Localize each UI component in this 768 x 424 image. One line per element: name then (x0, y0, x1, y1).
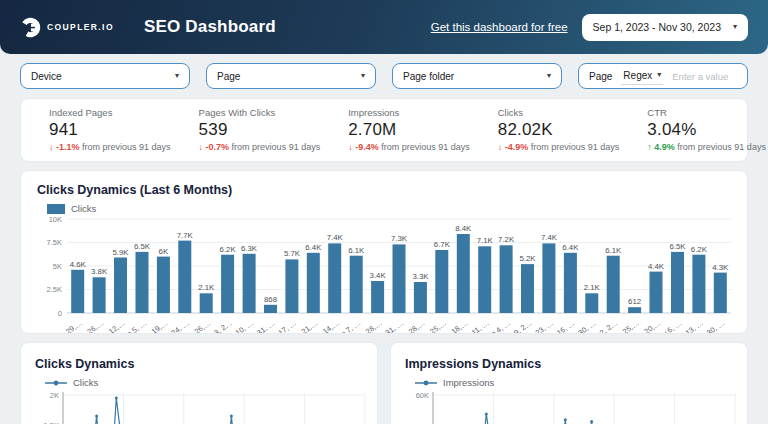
svg-text:5.2K: 5.2K (519, 254, 536, 263)
legend-label: Impressions (443, 377, 494, 388)
svg-text:868: 868 (264, 295, 277, 304)
device-filter-label: Device (31, 71, 62, 82)
chart-legend: Clicks (45, 377, 363, 388)
chevron-down-icon: ▾ (657, 71, 661, 79)
line-grid: 2K1.5K1K (44, 391, 365, 424)
impressions-daily-chart-card: Impressions Dynamics Impressions 60K40K2… (390, 342, 748, 424)
header-actions: Get this dashboard for free Sep 1, 2023 … (431, 14, 748, 41)
kpi-impressions: Impressions2.70M↓ -9.4% from previous 91… (320, 107, 470, 152)
chart-legend: Impressions (415, 377, 733, 388)
kpi-label: Clicks (498, 107, 620, 118)
svg-text:5.9K: 5.9K (113, 248, 130, 257)
kpi-delta-suffix: from previous 91 days (232, 142, 321, 152)
chevron-down-icon: ▾ (175, 72, 179, 80)
regex-value-input[interactable] (672, 71, 734, 82)
date-range-picker[interactable]: Sep 1, 2023 - Nov 30, 2023 ▾ (582, 14, 748, 41)
chart-title: Impressions Dynamics (405, 357, 733, 371)
line-series (437, 414, 733, 424)
svg-text:6.5K: 6.5K (134, 242, 151, 251)
kpi-indexed-pages: Indexed Pages941↓ -1.1% from previous 91… (21, 107, 171, 152)
regex-operator-select[interactable]: Regex ▾ (621, 68, 663, 85)
get-dashboard-link[interactable]: Get this dashboard for free (431, 21, 568, 33)
legend-line-icon (45, 379, 67, 387)
svg-text:5K: 5K (53, 262, 62, 271)
kpi-delta-suffix: from previous 91 days (531, 142, 620, 152)
kpi-value: 539 (199, 120, 321, 140)
clicks-line-chart: 2K1.5K1K (35, 389, 369, 424)
svg-text:612: 612 (628, 297, 641, 306)
kpi-delta-arrow-and-pct: ↓ -9.4% (348, 142, 379, 152)
svg-text:7.5K: 7.5K (47, 238, 62, 247)
svg-text:6.7K: 6.7K (434, 240, 451, 249)
svg-text:6.3K: 6.3K (241, 244, 258, 253)
legend-label: Clicks (71, 203, 96, 214)
svg-text:4.4K: 4.4K (648, 262, 665, 271)
regex-operator-value: Regex (623, 70, 652, 81)
filter-bar: Device ▾ Page ▾ Page folder ▾ Page Regex… (0, 54, 768, 91)
date-range-value: Sep 1, 2023 - Nov 30, 2023 (593, 21, 721, 33)
bars: 4.6KMay 29,…3.8KJun 26,…5.9KJun 12,…6.5K… (51, 224, 729, 334)
kpi-label: Pages With Clicks (199, 107, 321, 118)
svg-text:7.7K: 7.7K (177, 231, 194, 240)
svg-text:10K: 10K (49, 215, 62, 224)
kpi-summary-card: Indexed Pages941↓ -1.1% from previous 91… (20, 98, 748, 162)
svg-text:3.4K: 3.4K (370, 271, 387, 280)
chevron-down-icon: ▾ (547, 72, 551, 80)
kpi-value: 941 (49, 120, 171, 140)
svg-text:2K: 2K (50, 391, 59, 400)
kpi-ctr: CTR3.04%↑ 4.9% from previous 91 days (619, 107, 766, 152)
coupler-logo-icon (20, 17, 41, 38)
svg-text:2.1K: 2.1K (198, 283, 215, 292)
svg-text:1.5K: 1.5K (44, 421, 59, 424)
kpi-delta: ↓ -0.7% from previous 91 days (199, 142, 321, 152)
kpi-label: CTR (647, 107, 766, 118)
svg-text:6K: 6K (159, 247, 169, 256)
brand-name: COUPLER.IO (47, 22, 114, 32)
kpi-delta-suffix: from previous 91 days (381, 142, 470, 152)
page-filter[interactable]: Page ▾ (206, 63, 376, 89)
svg-text:60K: 60K (416, 391, 429, 400)
kpi-delta-arrow-and-pct: ↓ -4.9% (498, 142, 529, 152)
svg-text:4.3K: 4.3K (712, 263, 729, 272)
regex-field-label: Page (589, 71, 612, 82)
svg-text:5.7K: 5.7K (284, 249, 301, 258)
coupler-logo[interactable]: COUPLER.IO (20, 17, 114, 38)
kpi-delta: ↓ -9.4% from previous 91 days (348, 142, 470, 152)
clicks-daily-chart-card: Clicks Dynamics Clicks 2K1.5K1K (20, 342, 378, 424)
line-grid: 60K40K20K (416, 391, 735, 424)
page-folder-filter[interactable]: Page folder ▾ (392, 63, 562, 89)
kpi-pages-with-clicks: Pages With Clicks539↓ -0.7% from previou… (171, 107, 321, 152)
kpi-delta-suffix: from previous 91 days (677, 142, 766, 152)
chart-title: Clicks Dynamics (35, 357, 363, 371)
svg-text:6.1K: 6.1K (348, 246, 365, 255)
kpi-delta-arrow-and-pct: ↑ 4.9% (647, 142, 675, 152)
line-series (67, 398, 363, 424)
chevron-down-icon: ▾ (733, 23, 737, 31)
svg-text:2.1K: 2.1K (584, 283, 601, 292)
page-filter-label: Page (217, 71, 240, 82)
kpi-delta: ↓ -4.9% from previous 91 days (498, 142, 620, 152)
clicks-6m-chart-card: Clicks Dynamics (Last 6 Months) Clicks 1… (20, 170, 748, 334)
svg-text:3.8K: 3.8K (91, 267, 108, 276)
kpi-value: 3.04% (647, 120, 766, 140)
kpi-delta-arrow-and-pct: ↓ -0.7% (199, 142, 230, 152)
svg-text:7.1K: 7.1K (477, 236, 494, 245)
kpi-delta-arrow-and-pct: ↓ -1.1% (49, 142, 80, 152)
page-title: SEO Dashboard (144, 17, 276, 37)
page-folder-filter-label: Page folder (403, 71, 454, 82)
kpi-value: 82.02K (498, 120, 620, 140)
device-filter[interactable]: Device ▾ (20, 63, 190, 89)
svg-text:6.5K: 6.5K (669, 242, 686, 251)
legend-swatch (47, 204, 65, 214)
svg-text:6.2K: 6.2K (220, 245, 237, 254)
legend-line-icon (415, 379, 437, 387)
legend-label: Clicks (73, 377, 98, 388)
svg-text:7.4K: 7.4K (327, 233, 344, 242)
svg-text:6.4K: 6.4K (562, 243, 579, 252)
svg-text:6.4K: 6.4K (305, 243, 322, 252)
svg-text:3.3K: 3.3K (412, 272, 429, 281)
bottom-charts-row: Clicks Dynamics Clicks 2K1.5K1K Impressi… (20, 342, 748, 424)
kpi-value: 2.70M (348, 120, 470, 140)
clicks-bar-chart: 10K7.5K5K2.5K04.6KMay 29,…3.8KJun 26,…5.… (37, 215, 733, 334)
line-points (66, 397, 365, 424)
